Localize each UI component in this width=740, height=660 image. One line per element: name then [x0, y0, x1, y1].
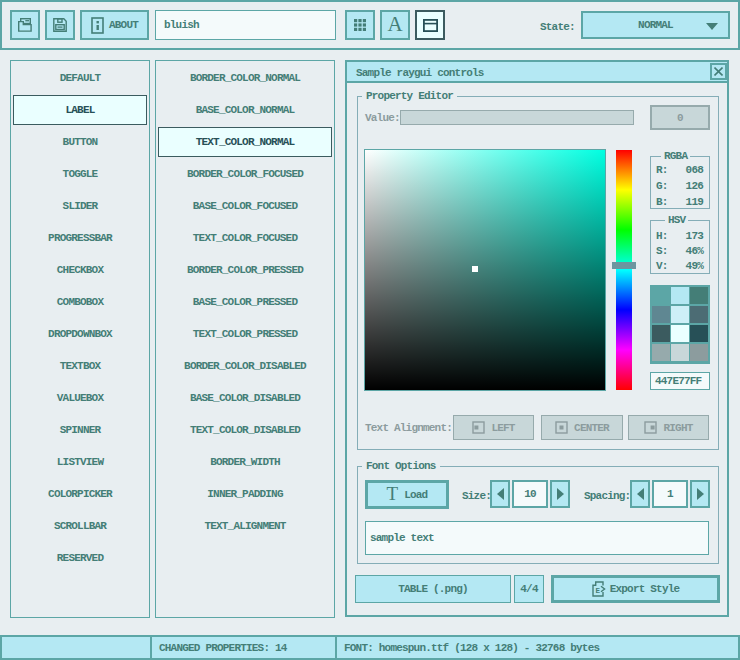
svg-text:E: E: [595, 587, 600, 595]
